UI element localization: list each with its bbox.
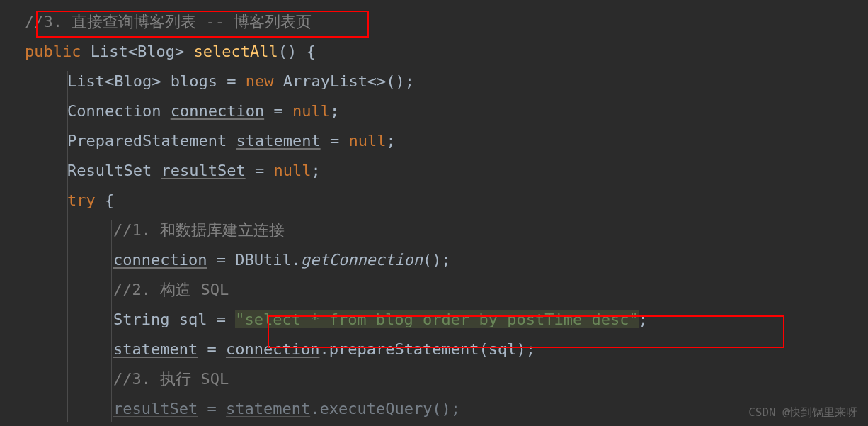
comment-text: //2. 构造 SQL [113, 281, 229, 298]
code-line: ResultSet resultSet = null; [25, 156, 868, 186]
keyword-public: public [25, 43, 81, 60]
keyword-null: null [292, 102, 330, 120]
punctuation: ; [330, 102, 339, 120]
punctuation: (); [423, 251, 451, 269]
variable-resultset: resultSet [161, 162, 245, 179]
code-text: = [198, 340, 226, 358]
variable-statement: statement [113, 340, 198, 358]
method-call: getConnection [301, 251, 423, 269]
type-text: List<Blog> [81, 43, 193, 60]
variable-resultset: resultSet [113, 400, 198, 417]
code-line: try { [25, 186, 868, 215]
code-text: = [246, 162, 274, 179]
punctuation: ; [386, 132, 395, 150]
variable-statement: statement [236, 132, 320, 150]
variable-connection: connection [171, 102, 264, 120]
variable-statement: statement [226, 400, 310, 417]
code-line: connection = DBUtil.getConnection(); [25, 245, 868, 275]
comment-text: //3. 执行 SQL [113, 370, 229, 388]
keyword-null: null [273, 162, 311, 179]
comment-text: //1. 和数据库建立连接 [113, 221, 285, 239]
code-text: = [264, 102, 292, 120]
code-text: PreparedStatement [67, 132, 236, 150]
code-line: List<Blog> blogs = new ArrayList<>(); [25, 67, 868, 96]
punctuation: ; [311, 162, 320, 179]
code-line: //1. 和数据库建立连接 [25, 215, 868, 245]
code-text: .executeQuery(); [310, 400, 460, 417]
code-text: ResultSet [67, 162, 161, 179]
code-text: ArrayList<>(); [273, 72, 414, 90]
code-line: //2. 构造 SQL [25, 275, 868, 305]
keyword-try: try [67, 191, 96, 209]
code-text: Connection [67, 102, 171, 120]
code-line: //3. 执行 SQL [25, 364, 868, 394]
keyword-null: null [348, 132, 386, 150]
code-text: = [321, 132, 349, 150]
highlight-box-comment [36, 11, 369, 38]
keyword-new: new [246, 72, 274, 90]
code-text: String sql = [113, 310, 235, 328]
code-text: = DBUtil. [207, 251, 300, 269]
watermark-text: CSDN @快到锅里来呀 [748, 405, 857, 420]
variable-connection: connection [113, 251, 207, 269]
code-line: Connection connection = null; [25, 96, 868, 126]
punctuation: { [96, 191, 115, 209]
code-text: = [198, 400, 226, 417]
code-editor[interactable]: //3. 直接查询博客列表 -- 博客列表页 public List<Blog>… [0, 0, 868, 426]
code-line: public List<Blog> selectAll() { [25, 37, 868, 67]
method-name: selectAll [193, 43, 278, 60]
code-line: PreparedStatement statement = null; [25, 126, 868, 156]
highlight-box-sql [268, 315, 784, 348]
punctuation: () { [278, 43, 316, 60]
code-line: resultSet = statement.executeQuery(); [25, 394, 868, 424]
code-text: List<Blog> blogs = [67, 72, 246, 90]
